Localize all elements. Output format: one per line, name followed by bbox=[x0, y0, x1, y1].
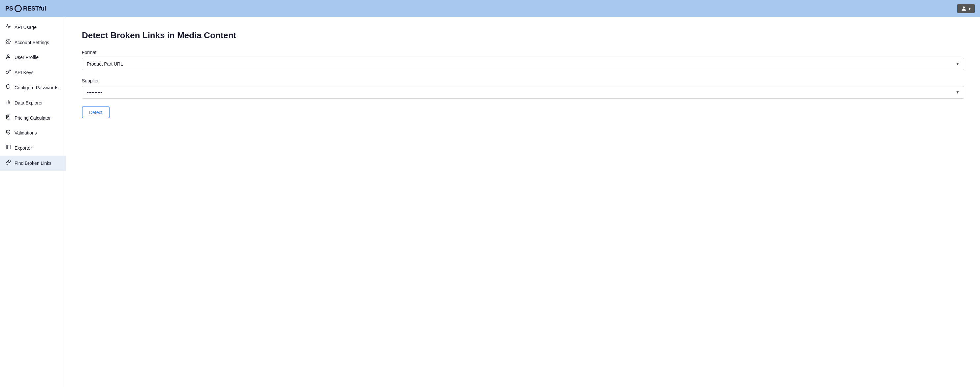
format-select[interactable]: Product Part URLImage URLDocument URL bbox=[82, 58, 964, 70]
sidebar-label-find-broken-links: Find Broken Links bbox=[14, 160, 51, 166]
sidebar-label-user-profile: User Profile bbox=[14, 54, 38, 60]
sidebar-label-pricing-calculator: Pricing Calculator bbox=[14, 115, 51, 121]
account-settings-icon bbox=[5, 39, 11, 46]
sidebar-label-api-usage: API Usage bbox=[14, 24, 37, 30]
configure-passwords-icon bbox=[5, 84, 11, 91]
sidebar-label-exporter: Exporter bbox=[14, 145, 32, 151]
logo-ps-text: PS bbox=[5, 5, 13, 12]
app-layout: API UsageAccount SettingsUser ProfileAPI… bbox=[0, 17, 980, 387]
sidebar-item-api-usage[interactable]: API Usage bbox=[0, 20, 66, 35]
sidebar-item-exporter[interactable]: Exporter bbox=[0, 140, 66, 155]
validations-icon bbox=[5, 130, 11, 137]
main-content: Detect Broken Links in Media Content For… bbox=[66, 17, 980, 387]
svg-rect-9 bbox=[6, 145, 10, 149]
sidebar-item-pricing-calculator[interactable]: Pricing Calculator bbox=[0, 110, 66, 125]
api-usage-icon bbox=[5, 24, 11, 31]
sidebar-label-api-keys: API Keys bbox=[14, 70, 33, 76]
sidebar-item-validations[interactable]: Validations bbox=[0, 125, 66, 141]
supplier-label: Supplier bbox=[82, 78, 964, 83]
svg-point-0 bbox=[8, 41, 9, 42]
page-title: Detect Broken Links in Media Content bbox=[82, 30, 964, 41]
format-select-wrapper: Product Part URLImage URLDocument URL ▼ bbox=[82, 58, 964, 70]
logo-restful-text: RESTful bbox=[23, 5, 46, 12]
sidebar-item-find-broken-links[interactable]: Find Broken Links bbox=[0, 155, 66, 171]
sidebar-label-validations: Validations bbox=[14, 130, 37, 136]
sidebar-item-user-profile[interactable]: User Profile bbox=[0, 50, 66, 65]
sidebar-item-account-settings[interactable]: Account Settings bbox=[0, 35, 66, 50]
supplier-select[interactable]: ----------Supplier ASupplier B bbox=[82, 86, 964, 98]
api-keys-icon bbox=[5, 69, 11, 76]
app-logo: PS RESTful bbox=[5, 5, 46, 12]
user-profile-icon bbox=[5, 54, 11, 61]
sidebar: API UsageAccount SettingsUser ProfileAPI… bbox=[0, 17, 66, 387]
logo-circle-icon bbox=[14, 5, 22, 12]
find-broken-links-icon bbox=[5, 160, 11, 167]
sidebar-item-api-keys[interactable]: API Keys bbox=[0, 65, 66, 80]
data-explorer-icon bbox=[5, 99, 11, 106]
pricing-calculator-icon bbox=[5, 114, 11, 122]
format-field-group: Format Product Part URLImage URLDocument… bbox=[82, 50, 964, 70]
supplier-select-wrapper: ----------Supplier ASupplier B ▼ bbox=[82, 86, 964, 98]
user-icon bbox=[961, 6, 966, 11]
user-menu-arrow: ▾ bbox=[969, 6, 971, 11]
svg-point-1 bbox=[7, 55, 9, 56]
detect-button[interactable]: Detect bbox=[82, 106, 110, 118]
user-menu-button[interactable]: ▾ bbox=[957, 4, 975, 13]
supplier-field-group: Supplier ----------Supplier ASupplier B … bbox=[82, 78, 964, 98]
sidebar-label-configure-passwords: Configure Passwords bbox=[14, 85, 59, 90]
sidebar-item-configure-passwords[interactable]: Configure Passwords bbox=[0, 80, 66, 95]
format-label: Format bbox=[82, 50, 964, 55]
sidebar-label-account-settings: Account Settings bbox=[14, 40, 49, 46]
sidebar-label-data-explorer: Data Explorer bbox=[14, 100, 43, 106]
sidebar-item-data-explorer[interactable]: Data Explorer bbox=[0, 95, 66, 110]
exporter-icon bbox=[5, 144, 11, 152]
app-header: PS RESTful ▾ bbox=[0, 0, 980, 17]
